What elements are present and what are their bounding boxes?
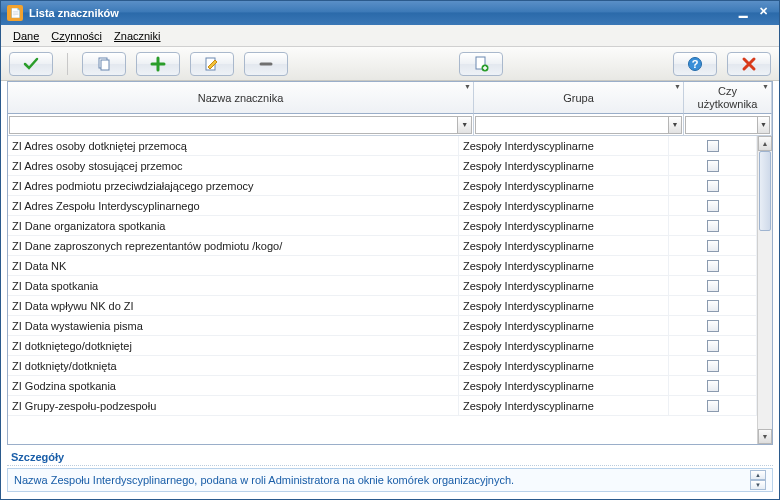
svg-rect-1	[101, 60, 109, 70]
scroll-track[interactable]	[758, 151, 772, 429]
table-row[interactable]: ZI dotknięty/dotkniętaZespoły Interdyscy…	[8, 356, 757, 376]
cell-user	[669, 236, 757, 256]
table-row[interactable]: ZI Data wpływu NK do ZIZespoły Interdysc…	[8, 296, 757, 316]
table-row[interactable]: ZI Godzina spotkaniaZespoły Interdyscypl…	[8, 376, 757, 396]
spinner-up[interactable]: ▲	[750, 470, 766, 480]
column-header-user-label: Czy użytkownika	[698, 85, 758, 109]
cell-group: Zespoły Interdyscyplinarne	[459, 216, 669, 236]
user-checkbox[interactable]	[707, 400, 719, 412]
add-button[interactable]	[136, 52, 180, 76]
copy-button[interactable]	[82, 52, 126, 76]
cell-name: ZI Adres osoby stosującej przemoc	[8, 156, 459, 176]
cell-group: Zespoły Interdyscyplinarne	[459, 396, 669, 416]
column-header-user[interactable]: Czy użytkownika ▼	[684, 82, 772, 114]
user-checkbox[interactable]	[707, 180, 719, 192]
column-header-name-label: Nazwa znacznika	[198, 92, 284, 104]
filter-name-cell: ▼	[8, 114, 474, 136]
column-header-group[interactable]: Grupa ▼	[474, 82, 684, 114]
column-header-group-label: Grupa	[563, 92, 594, 104]
remove-button[interactable]	[244, 52, 288, 76]
svg-text:?: ?	[692, 58, 699, 70]
close-button[interactable]: ✕	[753, 5, 773, 21]
user-checkbox[interactable]	[707, 280, 719, 292]
minus-icon	[258, 56, 274, 72]
scroll-thumb[interactable]	[759, 151, 771, 231]
grid-body[interactable]: ZI Adres osoby dotkniętej przemocąZespoł…	[8, 136, 757, 444]
cell-user	[669, 376, 757, 396]
user-checkbox[interactable]	[707, 360, 719, 372]
cell-group: Zespoły Interdyscyplinarne	[459, 316, 669, 336]
user-checkbox[interactable]	[707, 200, 719, 212]
column-group-dropdown-icon[interactable]: ▼	[674, 83, 681, 90]
menu-dane[interactable]: Dane	[7, 28, 45, 44]
details-spinner: ▲ ▼	[750, 470, 766, 490]
table-row[interactable]: ZI Adres Zespołu InterdyscyplinarnegoZes…	[8, 196, 757, 216]
user-checkbox[interactable]	[707, 380, 719, 392]
table-row[interactable]: ZI Adres osoby stosującej przemocZespoły…	[8, 156, 757, 176]
accept-button[interactable]	[9, 52, 53, 76]
cancel-button[interactable]	[727, 52, 771, 76]
cell-name: ZI Dane organizatora spotkania	[8, 216, 459, 236]
new-doc-icon	[473, 56, 489, 72]
user-checkbox[interactable]	[707, 260, 719, 272]
details-title: Szczegóły	[7, 449, 773, 466]
user-checkbox[interactable]	[707, 240, 719, 252]
cell-group: Zespoły Interdyscyplinarne	[459, 236, 669, 256]
cell-group: Zespoły Interdyscyplinarne	[459, 256, 669, 276]
grid: Nazwa znacznika ▼ Grupa ▼ Czy użytkownik…	[7, 81, 773, 445]
table-row[interactable]: ZI Data NKZespoły Interdyscyplinarne	[8, 256, 757, 276]
vertical-scrollbar[interactable]: ▲ ▼	[757, 136, 772, 444]
table-row[interactable]: ZI Dane zaproszonych reprezentantów podm…	[8, 236, 757, 256]
filter-user-dropdown[interactable]: ▼	[758, 116, 770, 134]
filter-user-input[interactable]	[685, 116, 758, 134]
table-row[interactable]: ZI Adres podmiotu przeciwdziałającego pr…	[8, 176, 757, 196]
check-icon	[23, 56, 39, 72]
help-button[interactable]: ?	[673, 52, 717, 76]
cell-group: Zespoły Interdyscyplinarne	[459, 376, 669, 396]
window: 📄 Lista znaczników ▁ ✕ Dane Czynności Zn…	[0, 0, 780, 500]
user-checkbox[interactable]	[707, 160, 719, 172]
column-name-dropdown-icon[interactable]: ▼	[464, 83, 471, 90]
spinner-down[interactable]: ▼	[750, 480, 766, 490]
column-user-dropdown-icon[interactable]: ▼	[762, 83, 769, 91]
cell-name: ZI Grupy-zespołu-podzespołu	[8, 396, 459, 416]
app-icon: 📄	[7, 5, 23, 21]
filter-name-dropdown[interactable]: ▼	[458, 116, 472, 134]
user-checkbox[interactable]	[707, 340, 719, 352]
user-checkbox[interactable]	[707, 140, 719, 152]
table-row[interactable]: ZI dotkniętego/dotkniętejZespoły Interdy…	[8, 336, 757, 356]
column-header-name[interactable]: Nazwa znacznika ▼	[8, 82, 474, 114]
cell-name: ZI Data wystawienia pisma	[8, 316, 459, 336]
user-checkbox[interactable]	[707, 300, 719, 312]
copy-icon	[96, 56, 112, 72]
table-row[interactable]: ZI Data spotkaniaZespoły Interdyscyplina…	[8, 276, 757, 296]
menu-znaczniki[interactable]: Znaczniki	[108, 28, 166, 44]
cell-user	[669, 336, 757, 356]
details-text: Nazwa Zespołu Interdyscyplinarnego, poda…	[14, 474, 750, 486]
titlebar[interactable]: 📄 Lista znaczników ▁ ✕	[1, 1, 779, 25]
new-doc-button[interactable]	[459, 52, 503, 76]
table-row[interactable]: ZI Dane organizatora spotkaniaZespoły In…	[8, 216, 757, 236]
cell-group: Zespoły Interdyscyplinarne	[459, 336, 669, 356]
filter-group-input[interactable]	[475, 116, 669, 134]
filter-group-dropdown[interactable]: ▼	[669, 116, 682, 134]
cell-group: Zespoły Interdyscyplinarne	[459, 136, 669, 156]
menu-czynnosci[interactable]: Czynności	[45, 28, 108, 44]
column-header-user-line1: Czy	[698, 85, 758, 97]
separator	[67, 53, 68, 75]
minimize-button[interactable]: ▁	[733, 5, 753, 21]
table-row[interactable]: ZI Grupy-zespołu-podzespołuZespoły Inter…	[8, 396, 757, 416]
table-row[interactable]: ZI Adres osoby dotkniętej przemocąZespoł…	[8, 136, 757, 156]
filter-name-input[interactable]	[9, 116, 458, 134]
grid-header: Nazwa znacznika ▼ Grupa ▼ Czy użytkownik…	[8, 82, 772, 114]
filter-group-cell: ▼	[474, 114, 684, 136]
cell-user	[669, 396, 757, 416]
details-box: Nazwa Zespołu Interdyscyplinarnego, poda…	[7, 468, 773, 492]
scroll-up-button[interactable]: ▲	[758, 136, 772, 151]
user-checkbox[interactable]	[707, 320, 719, 332]
table-row[interactable]: ZI Data wystawienia pismaZespoły Interdy…	[8, 316, 757, 336]
scroll-down-button[interactable]: ▼	[758, 429, 772, 444]
cell-name: ZI Adres Zespołu Interdyscyplinarnego	[8, 196, 459, 216]
edit-button[interactable]	[190, 52, 234, 76]
user-checkbox[interactable]	[707, 220, 719, 232]
